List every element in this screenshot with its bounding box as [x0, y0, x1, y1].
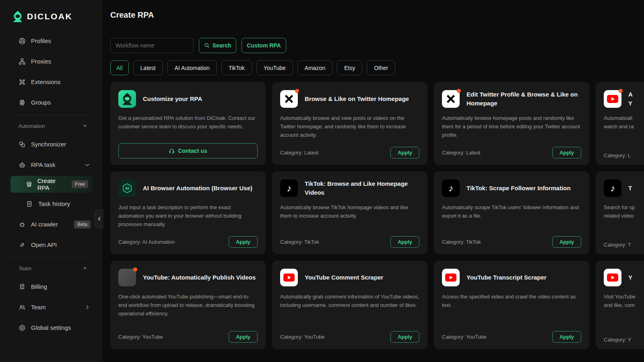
- chevron-left-icon: [97, 216, 102, 222]
- search-button[interactable]: Search: [199, 38, 236, 53]
- headset-icon: [169, 148, 175, 154]
- apply-button[interactable]: Apply: [390, 236, 419, 248]
- team-people-icon: [19, 304, 26, 311]
- sidebar-item-open-api[interactable]: Open API: [0, 234, 103, 255]
- card-description: Automatically browse and view posts or v…: [280, 114, 419, 139]
- filter-tiktok[interactable]: TikTok: [221, 60, 252, 75]
- filter-youtube[interactable]: YouTube: [256, 60, 293, 75]
- sidebar-item-label: Global settings: [31, 324, 71, 331]
- twitter-x-icon: [442, 90, 460, 108]
- card-description: One-click automated YouTube publishing—s…: [118, 292, 258, 318]
- filter-ai-automation[interactable]: AI Automation: [167, 60, 217, 75]
- sidebar-item-label: Open API: [31, 241, 57, 248]
- card-tiktok-browse-like: ♪ TikTok: Browse and Like Homepage Video…: [272, 171, 427, 254]
- filter-amazon[interactable]: Amazon: [297, 60, 332, 75]
- card-category: Category: YouTube: [118, 334, 163, 340]
- chevron-right-icon: [84, 304, 91, 311]
- apply-button[interactable]: Apply: [390, 147, 419, 158]
- sidebar-item-label: RPA task: [31, 161, 56, 168]
- filter-all[interactable]: All: [110, 60, 129, 75]
- main-content: Create RPA Search Custom RPA All Latest …: [103, 0, 644, 362]
- sidebar-item-synchronizer[interactable]: Synchronizer: [0, 134, 103, 154]
- card-twitter-edit-profile: Edit Twitter Profile & Browse & Like on …: [434, 82, 589, 165]
- sidebar-item-label: Proxies: [31, 58, 51, 65]
- sidebar-item-global-settings[interactable]: Global settings: [0, 317, 103, 338]
- svg-text:AI: AI: [125, 186, 130, 191]
- youtube-icon: [442, 269, 460, 286]
- sidebar-divider: [10, 115, 92, 115]
- contact-us-button[interactable]: Contact us: [118, 143, 258, 158]
- filter-latest[interactable]: Latest: [133, 60, 163, 75]
- apply-button[interactable]: Apply: [552, 236, 581, 248]
- workflow-name-input[interactable]: [110, 38, 194, 53]
- placeholder-icon: [118, 269, 136, 286]
- filter-etsy[interactable]: Etsy: [337, 60, 362, 75]
- apply-button[interactable]: Apply: [390, 331, 419, 343]
- sidebar-item-label: Profiles: [31, 37, 51, 44]
- section-team[interactable]: Team: [0, 260, 103, 276]
- sidebar-item-proxies[interactable]: Proxies: [0, 51, 103, 72]
- groups-icon: [19, 99, 26, 106]
- card-category: Category: L: [604, 152, 631, 158]
- card-category: Category: TikTok: [280, 239, 319, 245]
- card-description: Get a personalized RPA solution from DIC…: [118, 114, 258, 131]
- sidebar-item-team[interactable]: Team: [0, 297, 103, 317]
- rpa-card-grid: Customize your RPA Get a personalized RP…: [110, 82, 644, 349]
- receipt-icon: [19, 283, 26, 290]
- tiktok-icon: ♪: [604, 179, 621, 197]
- card-clipped: A Y Automaticall watch and ra Category: …: [596, 82, 644, 165]
- proxies-icon: [19, 58, 26, 65]
- sidebar-item-create-rpa[interactable]: Create RPA Free: [10, 176, 92, 193]
- sidebar-item-rpa-task[interactable]: RPA task: [0, 154, 103, 175]
- card-youtube-comment-scraper: YouTube Comment Scraper Automatically gr…: [272, 261, 427, 349]
- dicloak-logo[interactable]: DICLOAK: [0, 9, 103, 24]
- settings-icon: [19, 324, 26, 331]
- card-twitter-browse-like: Browse & Like on Twitter Homepage Automa…: [272, 82, 427, 165]
- apply-button[interactable]: Apply: [552, 331, 581, 343]
- sidebar-item-label: Synchronizer: [31, 141, 66, 148]
- card-title: Browse & Like on Twitter Homepage: [305, 95, 409, 103]
- custom-rpa-button[interactable]: Custom RPA: [242, 38, 286, 53]
- card-description: Access the specified video and crawl the…: [442, 292, 581, 309]
- card-clipped: ♪ T Search for sp related video Category…: [596, 171, 644, 254]
- notification-dot: [295, 89, 299, 93]
- sidebar-item-billing[interactable]: Billing: [0, 276, 103, 297]
- sidebar-item-label: Billing: [31, 283, 47, 290]
- card-category: Category: Latest: [280, 150, 318, 156]
- twitter-x-icon: [280, 90, 298, 108]
- apply-button[interactable]: Apply: [552, 147, 581, 158]
- card-title: YouTube Comment Scraper: [305, 273, 383, 282]
- sidebar-item-profiles[interactable]: Profiles: [0, 31, 103, 51]
- youtube-icon: [604, 90, 621, 108]
- crawler-bug-icon: [19, 221, 26, 228]
- tiktok-icon: ♪: [442, 179, 460, 197]
- filter-other[interactable]: Other: [367, 60, 395, 75]
- sidebar-item-task-history[interactable]: Task history: [0, 193, 103, 214]
- sidebar-divider: [10, 257, 92, 258]
- card-title: TikTok: Scrape Follower Information: [466, 184, 571, 193]
- logo-wordmark: DICLOAK: [27, 12, 72, 21]
- chevron-down-icon: [84, 162, 91, 168]
- card-description: Automatically scrape TikTok users' follo…: [442, 203, 581, 220]
- sidebar-item-groups[interactable]: Groups: [0, 92, 103, 113]
- sidebar-nav: Profiles Proxies Exte: [0, 31, 103, 113]
- card-title: YouTube Transcript Scraper: [466, 273, 547, 282]
- card-category: Category: AI Automation: [118, 239, 175, 245]
- apply-button[interactable]: Apply: [229, 331, 258, 343]
- card-row: Customize your RPA Get a personalized RP…: [110, 82, 644, 165]
- card-row: AI AI Browser Automation (Browser Use) J…: [110, 171, 644, 254]
- beta-badge: Beta: [74, 220, 91, 228]
- search-icon: [204, 43, 210, 48]
- ai-automation-icon: AI: [118, 179, 136, 197]
- section-automation[interactable]: Automation: [0, 118, 103, 134]
- sidebar-item-label: Create RPA: [37, 177, 67, 191]
- sidebar-collapse-button[interactable]: [95, 210, 103, 228]
- card-category: Category: YouTube: [442, 334, 487, 340]
- sidebar-item-ai-crawler[interactable]: AI crawler Beta: [0, 214, 103, 234]
- apply-button[interactable]: Apply: [229, 236, 258, 248]
- sidebar-item-extensions[interactable]: Extensions: [0, 72, 103, 92]
- document-icon: [26, 200, 33, 208]
- card-category: Category: TikTok: [442, 239, 481, 245]
- card-title: Y: [628, 273, 632, 282]
- caret-down-icon: [83, 267, 87, 271]
